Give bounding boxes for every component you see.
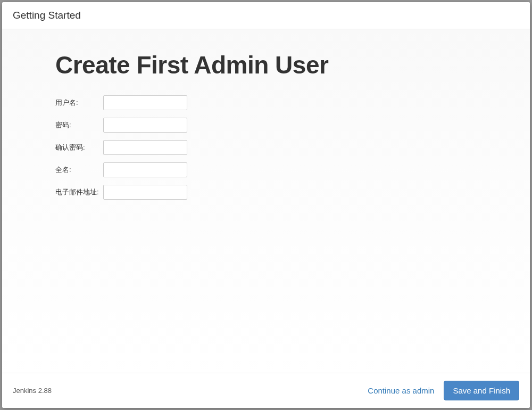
- setup-wizard-modal: Getting Started Create First Admin User …: [2, 2, 530, 408]
- confirm-password-label: 确认密码:: [55, 143, 103, 152]
- form-row-email: 电子邮件地址:: [55, 185, 477, 200]
- form-row-password: 密码:: [55, 118, 477, 133]
- email-input[interactable]: [103, 185, 187, 200]
- fullname-label: 全名:: [55, 165, 103, 175]
- form-row-fullname: 全名:: [55, 162, 477, 177]
- password-input[interactable]: [103, 118, 187, 133]
- form-row-username: 用户名:: [55, 95, 477, 110]
- confirm-password-input[interactable]: [103, 140, 187, 155]
- modal-body: Create First Admin User 用户名: 密码: 确认密码: 全…: [2, 29, 530, 373]
- version-label: Jenkins 2.88: [13, 387, 52, 395]
- email-label: 电子邮件地址:: [55, 187, 103, 197]
- continue-as-admin-link[interactable]: Continue as admin: [368, 386, 434, 395]
- modal-footer: Jenkins 2.88 Continue as admin Save and …: [2, 373, 530, 408]
- modal-header-title: Getting Started: [13, 10, 519, 21]
- modal-header: Getting Started: [2, 2, 530, 29]
- fullname-input[interactable]: [103, 162, 187, 177]
- page-title: Create First Admin User: [55, 51, 477, 79]
- footer-actions: Continue as admin Save and Finish: [368, 381, 519, 400]
- password-label: 密码:: [55, 120, 103, 130]
- save-and-finish-button[interactable]: Save and Finish: [444, 381, 519, 400]
- username-input[interactable]: [103, 95, 187, 110]
- form-row-confirm-password: 确认密码:: [55, 140, 477, 155]
- username-label: 用户名:: [55, 98, 103, 108]
